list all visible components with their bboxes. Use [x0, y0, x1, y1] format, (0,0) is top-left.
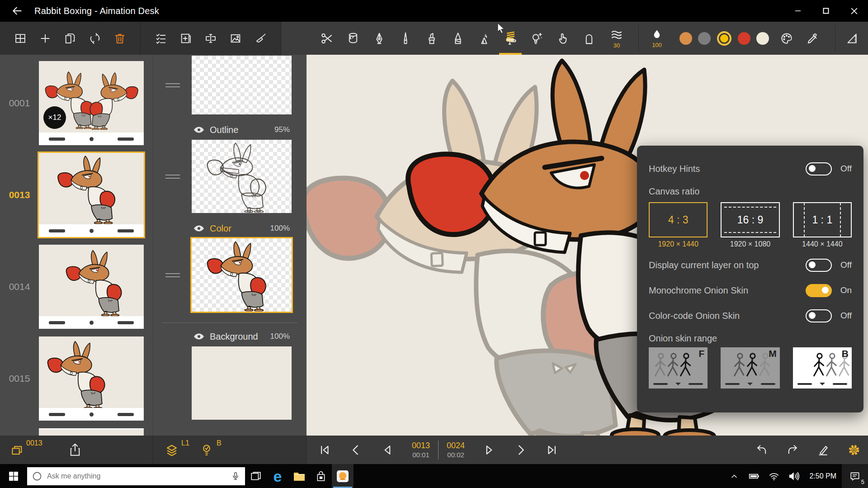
layer-thumbnail-outline[interactable] [192, 140, 292, 213]
start-button[interactable] [3, 464, 24, 488]
eyedropper-button[interactable] [802, 22, 823, 55]
layers-stack-icon[interactable] [165, 444, 179, 457]
loop-button[interactable] [85, 22, 105, 55]
duplicate-frame-button[interactable] [60, 22, 80, 55]
network-indicator[interactable] [764, 464, 784, 488]
display-layer-top-toggle[interactable] [806, 259, 832, 272]
layer-drag-handle[interactable] [153, 273, 192, 277]
ratio-option-4-3[interactable]: 4 : 3 [649, 202, 708, 237]
ratio-text: 4 : 3 [668, 214, 689, 226]
lightbulb-tool[interactable] [526, 22, 547, 55]
layer-checklist-button[interactable] [151, 22, 171, 55]
palette-button[interactable] [776, 22, 797, 55]
maximize-button[interactable] [812, 0, 840, 22]
clean-brush-button[interactable] [250, 22, 271, 55]
cortana-search-box[interactable] [27, 467, 245, 485]
monochrome-onion-toggle[interactable] [806, 284, 832, 297]
image-icon [229, 32, 242, 45]
frame-thumbnail[interactable] [39, 336, 144, 421]
color-code-onion-toggle[interactable] [806, 309, 832, 322]
battery-indicator[interactable] [744, 464, 764, 488]
action-center-button[interactable]: 5 [842, 464, 868, 488]
delete-frame-button[interactable] [109, 22, 130, 55]
taskbar-clock[interactable]: 2:50 PM [804, 464, 842, 488]
undo-button[interactable] [755, 440, 769, 460]
layer-drag-handle[interactable] [153, 175, 192, 179]
layer-thumbnail-background[interactable] [192, 346, 292, 420]
aimation-desk-taskbar-button[interactable] [332, 464, 354, 488]
minimize-button[interactable] [784, 0, 812, 22]
eyedropper-icon [806, 32, 820, 45]
onion-range-backward-selected[interactable]: B [793, 347, 852, 389]
previous-frame-button[interactable] [349, 440, 363, 460]
end-time: 00:02 [447, 451, 465, 459]
opacity-control[interactable]: 100 [645, 28, 669, 48]
brush-size-control[interactable]: 30 [605, 28, 628, 49]
ratio-option-1-1[interactable]: 1 : 1 [793, 202, 852, 237]
swatch-yellow-selected[interactable] [719, 33, 730, 44]
redo-button[interactable] [786, 440, 799, 460]
eye-icon[interactable] [193, 224, 204, 232]
paint-bucket-tool[interactable] [343, 22, 363, 55]
store-button[interactable] [310, 464, 332, 488]
layer-drag-handle[interactable] [153, 83, 192, 87]
new-layer-button[interactable] [175, 22, 196, 55]
layout-grid-icon [14, 32, 27, 45]
frame-thumbnail[interactable] [39, 245, 144, 329]
layer-thumbnail-empty[interactable] [192, 56, 292, 114]
pencil-tool[interactable] [448, 22, 468, 55]
airbrush-tool[interactable] [474, 22, 495, 55]
layer-caption-background[interactable]: Background 100% [192, 327, 292, 346]
scissors-tool[interactable] [316, 22, 337, 55]
hidden-icons-button[interactable] [724, 464, 744, 488]
swatch-gray[interactable] [698, 32, 711, 45]
add-frame-button[interactable] [35, 22, 56, 55]
onion-range-forward[interactable]: F [649, 347, 708, 389]
needle-pen-tool[interactable] [395, 22, 416, 55]
edge-browser-button[interactable]: e [267, 464, 288, 488]
back-button[interactable] [0, 0, 34, 22]
rename-button[interactable] [200, 22, 221, 55]
frame-thumbnail-selected[interactable] [39, 153, 144, 237]
file-explorer-button[interactable] [288, 464, 310, 488]
eye-icon[interactable] [193, 332, 204, 341]
export-icon[interactable] [69, 443, 81, 456]
ruler-button[interactable] [842, 22, 863, 55]
close-button[interactable] [840, 0, 868, 22]
ratio-option-16-9[interactable]: 16 : 9 [721, 202, 779, 237]
brush-size-value: 30 [613, 42, 620, 49]
layer-thumbnail-color-selected[interactable] [192, 238, 292, 312]
skip-to-end-button[interactable] [545, 440, 559, 460]
settings-button[interactable] [847, 440, 861, 460]
import-image-button[interactable] [225, 22, 246, 55]
frame-thumbnail-partial[interactable] [39, 428, 144, 436]
task-view-button[interactable] [245, 464, 267, 488]
play-reverse-button[interactable] [380, 440, 394, 460]
swatch-red[interactable] [738, 32, 750, 45]
fountain-pen-tool[interactable] [369, 22, 390, 55]
onion-range-middle[interactable]: M [721, 347, 779, 389]
volume-indicator[interactable] [784, 464, 804, 488]
hotkey-hints-toggle[interactable] [806, 162, 832, 175]
layer-caption-color[interactable]: Color 100% [192, 218, 292, 238]
swatch-orange[interactable] [679, 32, 692, 45]
layer-caption-outline[interactable]: Outline 95% [192, 120, 292, 140]
swatch-cream[interactable] [756, 32, 769, 45]
search-input[interactable] [47, 472, 231, 480]
microphone-icon[interactable] [231, 471, 241, 481]
layout-grid-button[interactable] [10, 22, 31, 55]
mode-indicator: B [217, 439, 222, 447]
play-button[interactable] [482, 440, 497, 460]
windows-taskbar: e 2:50 PM 5 [0, 464, 868, 488]
next-frame-button[interactable] [514, 440, 528, 460]
skip-to-start-button[interactable] [317, 440, 332, 460]
eye-icon[interactable] [193, 126, 204, 134]
range-marks [797, 383, 847, 385]
frame-thumbnail[interactable]: ×12 [39, 61, 144, 145]
bulb-check-icon[interactable] [200, 444, 213, 457]
task-view-icon [250, 470, 262, 482]
marker-tool[interactable] [421, 22, 442, 55]
draw-mode-button[interactable] [816, 440, 830, 460]
smudge-finger-tool[interactable] [552, 22, 573, 55]
eraser-tool[interactable] [579, 22, 599, 55]
